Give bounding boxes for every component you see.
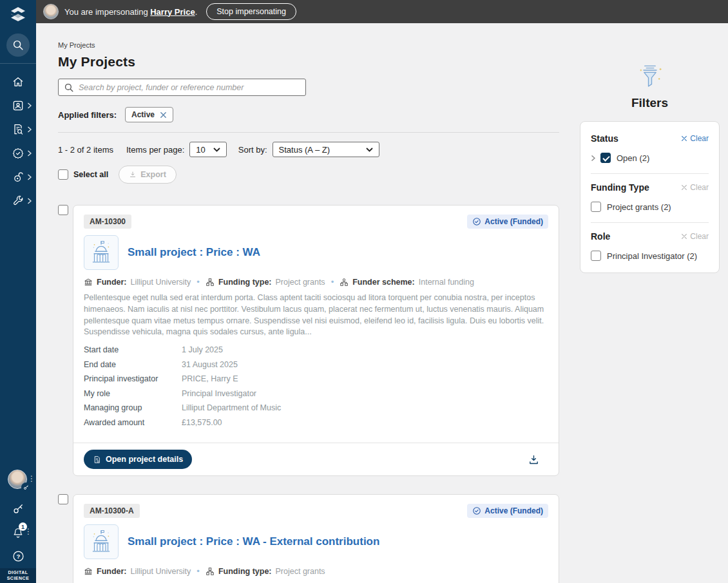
search-input[interactable] [79,83,300,92]
items-per-page-value: 10 [196,145,205,155]
status-label: Active (Funded) [484,217,543,226]
impersonated-user-avatar [43,4,59,19]
funding-type-value: Project grants [276,278,325,287]
sidebar-item-publications[interactable] [0,117,36,141]
impersonation-key-badge [21,483,31,492]
home-icon [12,75,24,88]
funding-type-project-grants-checkbox[interactable] [591,202,601,212]
project-checkbox[interactable] [58,494,68,504]
filter-chip-active[interactable]: Active [125,107,173,122]
export-button[interactable]: Export [119,166,177,184]
avatar-menu-icon[interactable]: ⋮ [28,474,35,483]
applied-filters-label: Applied filters: [58,110,117,120]
sidebar-item-help[interactable]: ? [0,544,36,568]
clear-status-filter[interactable]: Clear [681,134,709,143]
funder-bank-icon [84,278,93,287]
digital-science-brand: DIGITAL SCIENCE [0,568,36,583]
sidebar-item-awards[interactable] [0,141,36,165]
breadcrumb[interactable]: My Projects [58,41,559,49]
sort-select[interactable]: Status (A – Z) [273,142,379,157]
filter-divider [591,222,709,223]
funder-scheme-label: Funder scheme: [352,278,415,287]
funder-scheme-value: Internal funding [419,278,474,287]
detail-label: Awarded amount [84,418,182,427]
help-icon: ? [12,550,25,563]
chevron-down-icon [213,148,220,152]
detail-label: Managing group [84,403,182,412]
open-project-details-button[interactable]: Open project details [84,450,192,469]
impersonated-user-link[interactable]: Harry Price [150,7,195,17]
sidebar-item-open-access[interactable] [0,165,36,189]
check-circle-icon [472,217,481,226]
sidebar-item-profile[interactable] [0,93,36,117]
impersonation-banner: You are impersonating Harry Price. Stop … [36,0,728,23]
detail-label: Principal investigator [84,374,182,383]
sidebar-item-notifications[interactable]: 1 ⋮ [0,521,36,544]
role-principal-investigator-label: Principal Investigator (2) [607,251,697,261]
clear-x-icon [681,135,687,142]
chevron-right-icon [27,102,32,109]
project-id-tag: AM-10300 [84,215,131,229]
filters-title: Filters [580,96,720,110]
open-project-details-label: Open project details [106,455,183,464]
project-description: Pellentesque eget nulla sed erat interdu… [84,292,548,338]
status-expander-icon[interactable] [591,155,595,162]
project-checkbox[interactable] [58,205,68,215]
stop-impersonating-button[interactable]: Stop impersonating [206,3,296,20]
sidebar-item-home[interactable] [0,70,36,93]
detail-value: PRICE, Harry E [182,374,238,383]
wrench-icon [12,195,24,207]
clear-label: Clear [690,134,709,143]
filters-funnel-icon [637,64,663,89]
download-project-icon[interactable] [528,454,539,465]
project-card: AM-10300-A Active (Funded) [73,494,559,583]
chevron-right-icon [27,126,32,133]
sidebar-item-impersonate[interactable] [0,497,36,521]
project-title-link[interactable]: Small project : Price : WA [128,246,260,259]
status-open-checkbox[interactable] [600,153,611,163]
clear-funding-type-filter[interactable]: Clear [681,183,709,192]
status-badge: Active (Funded) [467,215,548,229]
project-building-icon [84,524,119,559]
project-building-icon [84,235,119,270]
select-all-checkbox[interactable] [58,169,68,180]
items-per-page-label: Items per page: [126,145,184,155]
status-badge: Active (Funded) [467,504,548,518]
detail-label: My role [84,389,182,398]
funder-value: Lilliput University [131,278,191,287]
items-per-page-select[interactable]: 10 [189,142,226,157]
detail-label: Start date [84,345,182,354]
project-title-link[interactable]: Small project : Price : WA - External co… [128,535,379,548]
user-avatar[interactable]: ⋮ [8,470,28,490]
chevron-right-icon [27,198,32,204]
search-icon [64,82,74,93]
sort-value: Status (A – Z) [279,145,330,155]
role-principal-investigator-checkbox[interactable] [591,251,601,261]
filters-panel: Filters Status Clear Open (2) Funding Ty… [580,64,720,583]
clear-x-icon [681,184,687,191]
clear-role-filter[interactable]: Clear [681,232,709,241]
project-row: AM-10300 Active (Funded) [58,205,559,476]
funder-label: Funder: [97,278,127,287]
detail-value: £13,575.00 [182,418,222,427]
filter-section-status: Status [591,133,618,144]
detail-value: 31 August 2025 [182,360,238,369]
check-circle-icon [472,506,481,515]
detail-value: 1 July 2025 [182,345,223,354]
remove-filter-icon[interactable] [160,111,167,119]
notifications-menu-icon[interactable]: ⋮ [24,527,32,536]
sidebar-search-button[interactable] [6,33,30,57]
status-label: Active (Funded) [484,506,543,515]
export-label: Export [140,170,166,179]
detail-value: Lilliput Department of Music [182,403,281,412]
project-doc-icon [93,455,101,464]
symplectic-logo[interactable] [0,0,36,28]
sidebar-item-tools[interactable] [0,189,36,213]
impersonation-message: You are impersonating Harry Price. [64,7,197,17]
funder-scheme-icon [340,278,349,287]
project-search[interactable] [58,79,306,96]
clear-label: Clear [690,232,709,241]
result-count: 1 - 2 of 2 items [58,145,113,155]
download-icon [129,171,137,178]
chevron-down-icon [366,148,373,152]
